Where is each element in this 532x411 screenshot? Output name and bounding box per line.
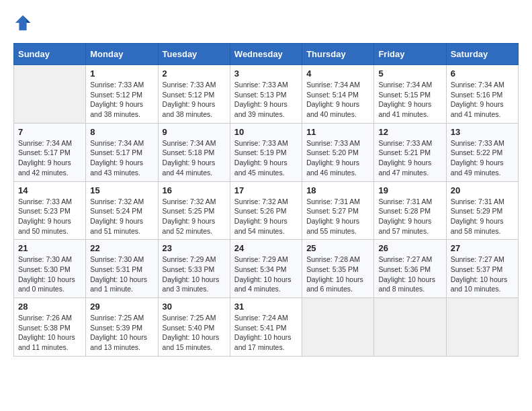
day-number: 18: [306, 185, 369, 195]
calendar-table: SundayMondayTuesdayWednesdayThursdayFrid…: [13, 43, 519, 357]
day-info: Sunrise: 7:33 AM Sunset: 5:23 PM Dayligh…: [18, 197, 81, 236]
calendar-cell: 18Sunrise: 7:31 AM Sunset: 5:27 PM Dayli…: [302, 181, 374, 240]
day-number: 31: [234, 302, 298, 312]
calendar-cell: 30Sunrise: 7:25 AM Sunset: 5:40 PM Dayli…: [158, 298, 230, 357]
calendar-cell: [302, 298, 374, 357]
day-info: Sunrise: 7:24 AM Sunset: 5:41 PM Dayligh…: [234, 313, 298, 353]
day-number: 5: [378, 68, 441, 79]
logo: [13, 13, 35, 32]
day-number: 29: [90, 302, 153, 312]
day-info: Sunrise: 7:33 AM Sunset: 5:19 PM Dayligh…: [234, 138, 298, 178]
day-info: Sunrise: 7:26 AM Sunset: 5:38 PM Dayligh…: [18, 313, 81, 353]
calendar-cell: 12Sunrise: 7:33 AM Sunset: 5:21 PM Dayli…: [374, 123, 446, 181]
calendar-cell: 4Sunrise: 7:34 AM Sunset: 5:14 PM Daylig…: [302, 65, 374, 124]
calendar-cell: 8Sunrise: 7:34 AM Sunset: 5:17 PM Daylig…: [86, 123, 158, 181]
calendar-cell: 19Sunrise: 7:31 AM Sunset: 5:28 PM Dayli…: [374, 181, 446, 240]
calendar-cell: 29Sunrise: 7:25 AM Sunset: 5:39 PM Dayli…: [86, 298, 158, 357]
weekday-header: Monday: [86, 44, 158, 65]
day-info: Sunrise: 7:32 AM Sunset: 5:25 PM Dayligh…: [163, 197, 226, 236]
day-info: Sunrise: 7:34 AM Sunset: 5:15 PM Dayligh…: [378, 80, 441, 120]
day-number: 13: [451, 127, 514, 137]
weekday-header: Thursday: [302, 44, 374, 65]
weekday-header: Wednesday: [230, 44, 302, 65]
weekday-header: Sunday: [14, 44, 86, 65]
day-info: Sunrise: 7:27 AM Sunset: 5:36 PM Dayligh…: [378, 255, 441, 294]
calendar-cell: 20Sunrise: 7:31 AM Sunset: 5:29 PM Dayli…: [446, 181, 518, 240]
day-info: Sunrise: 7:34 AM Sunset: 5:17 PM Dayligh…: [18, 138, 81, 178]
calendar-cell: 28Sunrise: 7:26 AM Sunset: 5:38 PM Dayli…: [14, 298, 86, 357]
day-number: 10: [234, 127, 298, 137]
day-info: Sunrise: 7:33 AM Sunset: 5:12 PM Dayligh…: [163, 80, 226, 120]
day-number: 12: [378, 127, 441, 137]
calendar-cell: 1Sunrise: 7:33 AM Sunset: 5:12 PM Daylig…: [86, 65, 158, 124]
calendar-cell: 3Sunrise: 7:33 AM Sunset: 5:13 PM Daylig…: [230, 65, 302, 124]
day-info: Sunrise: 7:28 AM Sunset: 5:35 PM Dayligh…: [306, 255, 369, 294]
calendar-row: 1Sunrise: 7:33 AM Sunset: 5:12 PM Daylig…: [14, 65, 519, 124]
calendar-cell: 25Sunrise: 7:28 AM Sunset: 5:35 PM Dayli…: [302, 240, 374, 298]
day-info: Sunrise: 7:34 AM Sunset: 5:14 PM Dayligh…: [306, 80, 369, 120]
day-number: 8: [90, 127, 153, 137]
day-number: 19: [378, 185, 441, 195]
day-info: Sunrise: 7:30 AM Sunset: 5:31 PM Dayligh…: [90, 255, 153, 294]
day-number: 23: [163, 243, 226, 253]
day-number: 30: [163, 302, 226, 312]
day-info: Sunrise: 7:27 AM Sunset: 5:37 PM Dayligh…: [451, 255, 514, 294]
calendar-cell: 17Sunrise: 7:32 AM Sunset: 5:26 PM Dayli…: [230, 181, 302, 240]
calendar-cell: 31Sunrise: 7:24 AM Sunset: 5:41 PM Dayli…: [230, 298, 302, 357]
day-number: 3: [234, 68, 298, 79]
day-info: Sunrise: 7:31 AM Sunset: 5:28 PM Dayligh…: [378, 197, 441, 236]
day-info: Sunrise: 7:33 AM Sunset: 5:12 PM Dayligh…: [90, 80, 153, 120]
weekday-header: Tuesday: [158, 44, 230, 65]
day-number: 24: [234, 243, 298, 253]
day-info: Sunrise: 7:34 AM Sunset: 5:17 PM Dayligh…: [90, 138, 153, 178]
calendar-cell: 10Sunrise: 7:33 AM Sunset: 5:19 PM Dayli…: [230, 123, 302, 181]
day-info: Sunrise: 7:29 AM Sunset: 5:33 PM Dayligh…: [163, 255, 226, 294]
day-number: 11: [306, 127, 369, 137]
calendar-cell: [14, 65, 86, 124]
weekday-header: Saturday: [446, 44, 518, 65]
calendar-row: 28Sunrise: 7:26 AM Sunset: 5:38 PM Dayli…: [14, 298, 519, 357]
day-info: Sunrise: 7:33 AM Sunset: 5:22 PM Dayligh…: [451, 138, 514, 178]
day-number: 4: [306, 68, 369, 79]
day-number: 20: [451, 185, 514, 195]
day-info: Sunrise: 7:25 AM Sunset: 5:40 PM Dayligh…: [163, 313, 226, 353]
day-number: 16: [163, 185, 226, 195]
day-number: 22: [90, 243, 153, 253]
day-number: 1: [90, 68, 153, 79]
day-number: 28: [18, 302, 81, 312]
day-number: 15: [90, 185, 153, 195]
calendar-cell: 7Sunrise: 7:34 AM Sunset: 5:17 PM Daylig…: [14, 123, 86, 181]
calendar-cell: 13Sunrise: 7:33 AM Sunset: 5:22 PM Dayli…: [446, 123, 518, 181]
calendar-cell: 23Sunrise: 7:29 AM Sunset: 5:33 PM Dayli…: [158, 240, 230, 298]
calendar-cell: [374, 298, 446, 357]
day-number: 6: [451, 68, 514, 79]
day-number: 14: [18, 185, 81, 195]
calendar-cell: 22Sunrise: 7:30 AM Sunset: 5:31 PM Dayli…: [86, 240, 158, 298]
day-number: 21: [18, 243, 81, 253]
calendar-cell: 21Sunrise: 7:30 AM Sunset: 5:30 PM Dayli…: [14, 240, 86, 298]
day-number: 25: [306, 243, 369, 253]
calendar-cell: 2Sunrise: 7:33 AM Sunset: 5:12 PM Daylig…: [158, 65, 230, 124]
calendar-cell: 26Sunrise: 7:27 AM Sunset: 5:36 PM Dayli…: [374, 240, 446, 298]
logo-icon: [13, 13, 32, 32]
day-info: Sunrise: 7:32 AM Sunset: 5:26 PM Dayligh…: [234, 197, 298, 236]
calendar-row: 21Sunrise: 7:30 AM Sunset: 5:30 PM Dayli…: [14, 240, 519, 298]
calendar-cell: 16Sunrise: 7:32 AM Sunset: 5:25 PM Dayli…: [158, 181, 230, 240]
day-info: Sunrise: 7:32 AM Sunset: 5:24 PM Dayligh…: [90, 197, 153, 236]
calendar-cell: 27Sunrise: 7:27 AM Sunset: 5:37 PM Dayli…: [446, 240, 518, 298]
day-info: Sunrise: 7:29 AM Sunset: 5:34 PM Dayligh…: [234, 255, 298, 294]
day-number: 2: [163, 68, 226, 79]
calendar-cell: 6Sunrise: 7:34 AM Sunset: 5:16 PM Daylig…: [446, 65, 518, 124]
calendar-cell: 11Sunrise: 7:33 AM Sunset: 5:20 PM Dayli…: [302, 123, 374, 181]
calendar-cell: [446, 298, 518, 357]
day-number: 27: [451, 243, 514, 253]
calendar-cell: 14Sunrise: 7:33 AM Sunset: 5:23 PM Dayli…: [14, 181, 86, 240]
page-header: [13, 13, 519, 32]
day-info: Sunrise: 7:31 AM Sunset: 5:29 PM Dayligh…: [451, 197, 514, 236]
day-number: 26: [378, 243, 441, 253]
day-info: Sunrise: 7:34 AM Sunset: 5:16 PM Dayligh…: [451, 80, 514, 120]
day-info: Sunrise: 7:33 AM Sunset: 5:13 PM Dayligh…: [234, 80, 298, 120]
day-info: Sunrise: 7:30 AM Sunset: 5:30 PM Dayligh…: [18, 255, 81, 294]
calendar-cell: 15Sunrise: 7:32 AM Sunset: 5:24 PM Dayli…: [86, 181, 158, 240]
day-number: 17: [234, 185, 298, 195]
